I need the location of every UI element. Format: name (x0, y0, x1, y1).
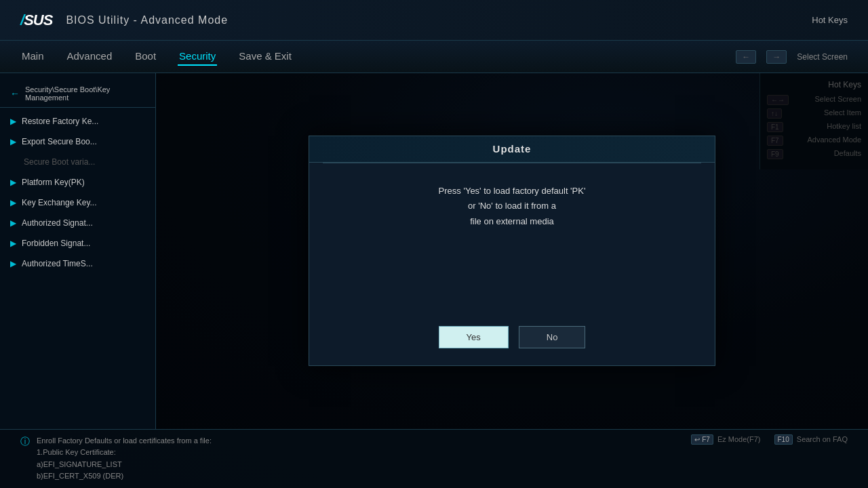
dialog-body: Press 'Yes' to load factory default 'PK'… (309, 163, 715, 312)
breadcrumb-text: Security\Secure Boot\Key Management (25, 85, 145, 102)
menu-arrow-icon: ▶ (10, 259, 16, 268)
bottom-hotkey-ez: ↩ F7 Ez Mode(F7) (691, 435, 760, 443)
sidebar: ← Security\Secure Boot\Key Management ▶ … (0, 73, 156, 429)
menu-arrow-icon: ▶ (10, 137, 16, 146)
bottom-bar: ⓘ Enroll Factory Defaults or load certif… (0, 429, 868, 488)
menu-arrow-icon: ▶ (10, 198, 16, 207)
header-bar: /SUS BIOS Utility - Advanced Mode Hot Ke… (0, 0, 868, 41)
info-text: Enroll Factory Defaults or load certific… (37, 435, 212, 483)
menu-item-authorized-times[interactable]: ▶ Authorized TimeS... (0, 253, 155, 274)
breadcrumb: ← Security\Secure Boot\Key Management (0, 80, 155, 108)
bottom-hotkeys: ↩ F7 Ez Mode(F7) F10 Search on FAQ (691, 435, 848, 443)
menu-item-restore-factory[interactable]: ▶ Restore Factory Ke... (0, 111, 155, 131)
nav-item-security[interactable]: Security (178, 47, 217, 66)
asus-logo: /SUS (20, 12, 52, 29)
bios-title: BIOS Utility - Advanced Mode (66, 14, 228, 26)
breadcrumb-arrow-icon: ← (10, 88, 20, 99)
hot-keys-label: Hot Keys (812, 15, 848, 25)
menu-item-secure-boot-var: Secure Boot varia... (0, 152, 155, 172)
menu-arrow-icon: ▶ (10, 178, 16, 187)
nav-arrow-right[interactable]: → (766, 50, 787, 64)
update-dialog: Update Press 'Yes' to load factory defau… (309, 136, 715, 366)
menu-arrow-icon: ▶ (10, 117, 16, 126)
nav-bar: Main Advanced Boot Security Save & Exit … (0, 41, 868, 73)
nav-item-advanced[interactable]: Advanced (66, 47, 114, 66)
menu-item-key-exchange[interactable]: ▶ Key Exchange Key... (0, 192, 155, 213)
no-button[interactable]: No (519, 326, 586, 348)
dialog-message: Press 'Yes' to load factory default 'PK'… (439, 184, 586, 228)
dialog-title: Update (493, 143, 532, 155)
nav-item-save-exit[interactable]: Save & Exit (237, 47, 293, 66)
yes-button[interactable]: Yes (439, 326, 509, 348)
menu-item-export-secure-boot[interactable]: ▶ Export Secure Boo... (0, 131, 155, 152)
dialog-buttons: Yes No (309, 312, 715, 365)
select-screen-label: Select Screen (797, 52, 848, 62)
nav-item-main[interactable]: Main (20, 47, 45, 66)
menu-item-authorized-sig[interactable]: ▶ Authorized Signat... (0, 213, 155, 233)
bottom-info: ⓘ Enroll Factory Defaults or load certif… (20, 435, 212, 483)
dialog-overlay: Update Press 'Yes' to load factory defau… (156, 73, 868, 429)
menu-arrow-icon: ▶ (10, 239, 16, 248)
menu-arrow-icon: ▶ (10, 218, 16, 228)
info-icon: ⓘ (20, 436, 30, 448)
menu-item-platform-key[interactable]: ▶ Platform Key(PK) (0, 172, 155, 192)
nav-item-boot[interactable]: Boot (134, 47, 157, 66)
nav-arrow-left[interactable]: ← (736, 50, 756, 64)
dialog-title-bar: Update (309, 136, 715, 163)
bottom-hotkey-faq: F10 Search on FAQ (774, 435, 848, 443)
bios-container: /SUS BIOS Utility - Advanced Mode Hot Ke… (0, 0, 868, 488)
main-content: ← Security\Secure Boot\Key Management ▶ … (0, 73, 868, 429)
right-panel: Hot Keys ←→ Select Screen ↑↓ Select Item… (156, 73, 868, 429)
menu-item-forbidden-sig[interactable]: ▶ Forbidden Signat... (0, 233, 155, 253)
